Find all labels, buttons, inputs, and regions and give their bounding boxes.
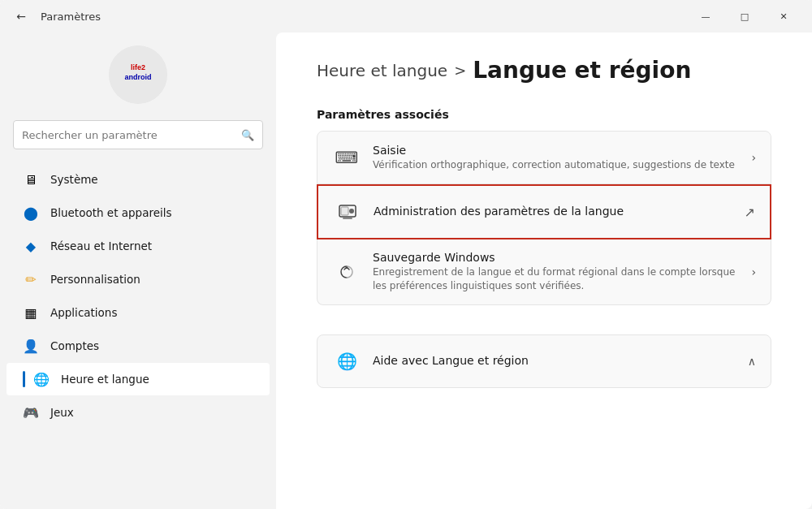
jeux-icon: 🎮 xyxy=(23,404,39,421)
minimize-button[interactable]: — xyxy=(687,3,724,29)
search-icon: 🔍 xyxy=(241,129,254,141)
administration-action: ↗ xyxy=(745,205,755,220)
sidebar-item-heure[interactable]: 🌐 Heure et langue xyxy=(6,363,270,395)
aide-chevron: ∧ xyxy=(748,355,756,368)
breadcrumb-parent: Heure et langue xyxy=(317,61,447,80)
sidebar-item-comptes[interactable]: 👤 Comptes xyxy=(6,330,270,362)
avatar[interactable]: life2 android xyxy=(109,45,167,104)
sidebar-item-systeme[interactable]: 🖥 Système xyxy=(6,163,270,196)
sauvegarde-chevron: › xyxy=(751,265,756,278)
settings-window: ← Paramètres — □ ✕ life2 android xyxy=(0,0,812,509)
sidebar-item-bluetooth[interactable]: ⬤ Bluetooth et appareils xyxy=(6,196,270,229)
sidebar-item-label: Système xyxy=(50,173,98,186)
breadcrumb-separator: > xyxy=(454,62,466,79)
saisie-title: Saisie xyxy=(373,144,740,157)
breadcrumb-current: Langue et région xyxy=(473,57,691,84)
applications-icon: ▦ xyxy=(23,304,39,321)
bluetooth-icon: ⬤ xyxy=(23,205,39,221)
page-header: Heure et langue > Langue et région xyxy=(317,57,771,84)
nav-items: 🖥 Système ⬤ Bluetooth et appareils ◆ Rés… xyxy=(0,162,276,509)
saisie-desc: Vérification orthographique, correction … xyxy=(373,158,740,172)
window-controls: — □ ✕ xyxy=(687,3,802,29)
titlebar: ← Paramètres — □ ✕ xyxy=(0,0,812,32)
sidebar-item-label: Personnalisation xyxy=(50,273,140,286)
search-input[interactable] xyxy=(22,129,235,141)
sauvegarde-icon xyxy=(332,257,361,287)
svg-text:life2: life2 xyxy=(131,63,145,71)
maximize-button[interactable]: □ xyxy=(726,3,763,29)
heure-icon: 🌐 xyxy=(33,371,50,387)
sidebar-item-label: Bluetooth et appareils xyxy=(50,206,172,219)
close-button[interactable]: ✕ xyxy=(765,3,802,29)
svg-rect-6 xyxy=(343,218,352,219)
search-area: 🔍 xyxy=(0,114,276,162)
saisie-icon: ⌨ xyxy=(332,143,361,172)
aide-icon: 🌐 xyxy=(332,347,361,376)
main-content: Heure et langue > Langue et région Param… xyxy=(276,32,812,509)
sauvegarde-title: Sauvegarde Windows xyxy=(373,251,740,264)
sidebar-item-label: Heure et langue xyxy=(61,373,149,386)
sidebar-item-label: Réseau et Internet xyxy=(50,239,152,252)
associated-settings-section: Paramètres associés ⌨ Saisie Vérificatio… xyxy=(317,108,771,305)
breadcrumb: Heure et langue > Langue et région xyxy=(317,57,771,84)
aide-content: Aide avec Langue et région xyxy=(373,354,736,369)
search-box[interactable]: 🔍 xyxy=(13,120,263,149)
svg-rect-4 xyxy=(341,207,348,215)
back-button[interactable]: ← xyxy=(10,5,32,28)
settings-item-administration[interactable]: Administration des paramètres de la lang… xyxy=(317,184,771,239)
content-area: life2 android 🔍 🖥 Système xyxy=(0,32,812,509)
avatar-area: life2 android xyxy=(0,32,276,114)
comptes-icon: 👤 xyxy=(23,338,39,354)
sidebar-item-label: Jeux xyxy=(50,406,74,419)
sidebar-item-label: Applications xyxy=(50,306,117,319)
sauvegarde-content: Sauvegarde Windows Enregistrement de la … xyxy=(373,251,740,293)
sidebar-item-personnalisation[interactable]: ✏ Personnalisation xyxy=(6,263,270,295)
personnalisation-icon: ✏ xyxy=(23,271,39,287)
administration-content: Administration des paramètres de la lang… xyxy=(374,205,733,219)
svg-point-5 xyxy=(349,209,354,214)
sidebar: life2 android 🔍 🖥 Système xyxy=(0,32,276,509)
administration-icon xyxy=(333,197,362,226)
svg-text:android: android xyxy=(125,73,152,81)
sidebar-item-reseau[interactable]: ◆ Réseau et Internet xyxy=(6,230,270,262)
saisie-chevron: › xyxy=(751,151,756,164)
titlebar-title: Paramètres xyxy=(41,11,101,23)
settings-list: ⌨ Saisie Vérification orthographique, co… xyxy=(317,131,771,305)
systeme-icon: 🖥 xyxy=(23,171,39,188)
sidebar-item-jeux[interactable]: 🎮 Jeux xyxy=(6,396,270,429)
sidebar-item-applications[interactable]: ▦ Applications xyxy=(6,296,270,329)
aide-item[interactable]: 🌐 Aide avec Langue et région ∧ xyxy=(317,334,771,388)
active-indicator xyxy=(23,371,25,387)
settings-item-sauvegarde[interactable]: Sauvegarde Windows Enregistrement de la … xyxy=(317,239,771,305)
saisie-content: Saisie Vérification orthographique, corr… xyxy=(373,144,740,172)
sidebar-item-label: Comptes xyxy=(50,339,99,352)
aide-title: Aide avec Langue et région xyxy=(373,354,736,367)
administration-title: Administration des paramètres de la lang… xyxy=(374,205,733,218)
sauvegarde-desc: Enregistrement de la langue et du format… xyxy=(373,265,740,293)
settings-item-saisie[interactable]: ⌨ Saisie Vérification orthographique, co… xyxy=(317,131,771,184)
section-title: Paramètres associés xyxy=(317,108,771,121)
reseau-icon: ◆ xyxy=(23,238,39,254)
